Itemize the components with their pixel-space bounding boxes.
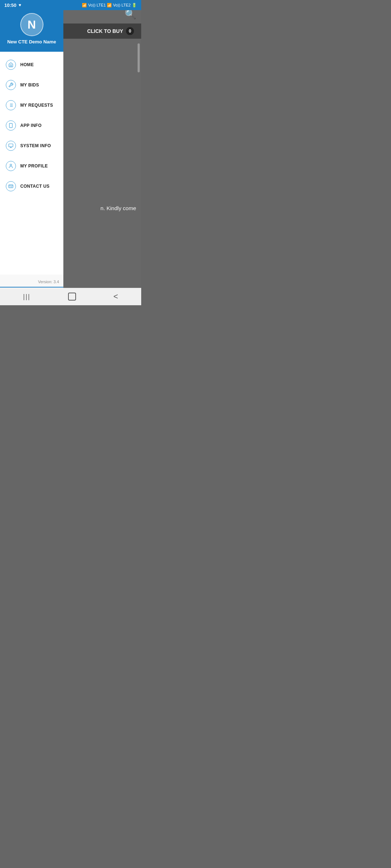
app-info-label: APP INFO: [20, 123, 42, 128]
svg-rect-8: [9, 144, 13, 147]
avatar-letter: N: [28, 18, 36, 31]
my-requests-label: MY REQUESTS: [20, 103, 53, 108]
sidebar-item-my-bids[interactable]: MY BIDS: [0, 75, 63, 95]
system-info-label: SYSTEM INFO: [20, 143, 51, 148]
status-bar: 10:50 ♥ 📶 Vo)) LTE1 📶 Vo)) LTE2 🔋: [0, 0, 141, 10]
svg-rect-12: [9, 185, 13, 188]
buy-count-badge: 0: [126, 27, 134, 35]
sidebar-item-contact-us[interactable]: CONTACT US: [0, 176, 63, 196]
sidebar-item-system-info[interactable]: SYSTEM INFO: [0, 136, 63, 156]
sidebar-item-home[interactable]: HOME: [0, 55, 63, 75]
my-profile-label: MY PROFILE: [20, 163, 48, 169]
system-info-icon: [6, 141, 16, 151]
drawer-user-name: New CTE Demo Name: [4, 39, 59, 44]
sidebar-item-my-requests[interactable]: MY REQUESTS: [0, 95, 63, 115]
sidebar-item-app-info[interactable]: APP INFO: [0, 115, 63, 136]
buy-button-label: CLICK TO BUY: [87, 28, 123, 34]
status-left: 10:50 ♥: [4, 3, 21, 8]
bids-icon: [6, 80, 16, 90]
drawer-menu: HOME MY BIDS MY REQUESTS: [0, 52, 63, 275]
sidebar-item-my-profile[interactable]: MY PROFILE: [0, 156, 63, 176]
home-icon: [6, 60, 16, 70]
home-nav-button[interactable]: [68, 293, 76, 301]
time-display: 10:50: [4, 3, 16, 8]
svg-rect-6: [9, 123, 12, 128]
heart-icon: ♥: [18, 3, 21, 8]
my-bids-label: MY BIDS: [20, 82, 39, 88]
search-icon[interactable]: 🔍: [125, 9, 136, 20]
contact-icon: [6, 181, 16, 191]
menu-nav-button[interactable]: |||: [14, 290, 39, 303]
contact-us-label: CONTACT US: [20, 184, 50, 189]
overlay-kindly-text: n. Kindly come: [101, 205, 136, 211]
home-label: HOME: [20, 62, 34, 67]
overlay-scrollbar[interactable]: [138, 43, 140, 72]
click-to-buy-button[interactable]: CLICK TO BUY 0: [63, 24, 141, 39]
back-nav-button[interactable]: <: [105, 289, 127, 304]
app-info-icon: [6, 120, 16, 131]
profile-icon: [6, 161, 16, 171]
navigation-drawer: N New CTE Demo Name HOME MY BIDS: [0, 0, 63, 305]
bottom-nav-bar: ||| <: [0, 288, 141, 305]
version-text: Version: 3.4: [0, 278, 63, 287]
content-overlay: 🔍 CLICK TO BUY 0 n. Kindly come: [63, 0, 141, 305]
requests-icon: [6, 100, 16, 110]
svg-point-11: [10, 164, 12, 166]
avatar: N: [20, 13, 43, 36]
signal-icons: 📶 Vo)) LTE1 📶 Vo)) LTE2 🔋: [82, 3, 137, 8]
status-right: 📶 Vo)) LTE1 📶 Vo)) LTE2 🔋: [82, 3, 137, 8]
